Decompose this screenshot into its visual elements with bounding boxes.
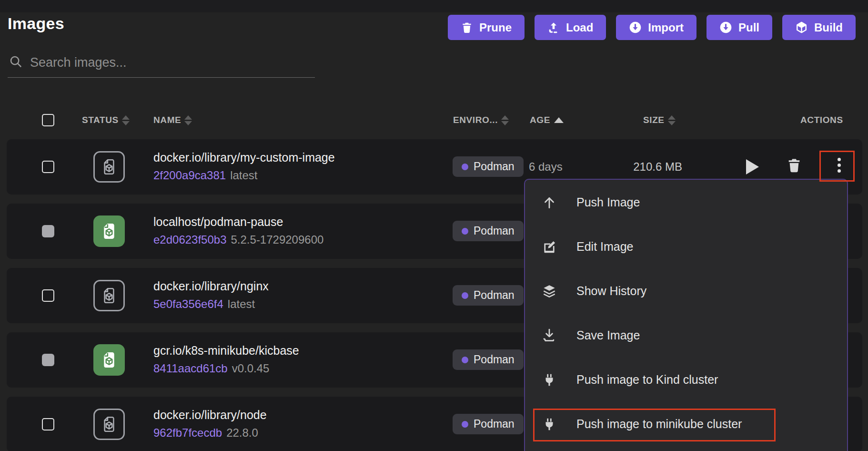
menu-item-label: Push image to minikube cluster [576,417,742,431]
download-icon [541,328,558,344]
image-digest: 962fb7fcecdb [153,426,222,439]
image-digest: 5e0fa356e6f4 [153,297,223,310]
prune-button-label: Prune [479,21,512,34]
image-tag: v0.0.45 [232,362,270,375]
image-name-cell[interactable]: docker.io/library/node 962fb7fcecdb22.8.… [153,408,267,440]
layers-icon [541,283,558,299]
menu-item-show-history[interactable]: Show History [525,269,847,313]
menu-item-save-image[interactable]: Save Image [525,313,847,358]
row-checkbox[interactable] [42,161,54,173]
pull-button[interactable]: Pull [707,15,772,40]
search-input[interactable] [30,55,314,70]
image-age: 6 days [529,160,563,174]
column-header-age[interactable]: AGE [530,115,564,125]
page-title: Images [8,14,64,33]
menu-item-label: Push image to Kind cluster [576,373,718,387]
sort-icon [122,115,130,125]
menu-item-label: Save Image [576,328,640,342]
import-button[interactable]: Import [616,15,696,40]
table-header: STATUS NAME ENVIRO... AGE SIZE ACTIONS [0,112,868,129]
prune-button[interactable]: Prune [448,15,525,40]
engine-badge: Podman [453,156,524,177]
image-name: docker.io/library/nginx [153,279,269,293]
load-button[interactable]: Load [535,15,606,40]
delete-image-button[interactable] [786,157,802,175]
row-checkbox[interactable] [42,289,54,302]
column-header-name[interactable]: NAME [153,115,192,125]
engine-dot-icon [462,164,468,170]
menu-item-push-kind[interactable]: Push image to Kind cluster [525,358,847,402]
import-button-label: Import [648,21,684,34]
image-name: localhost/podman-pause [153,215,323,229]
row-checkbox-disabled [42,225,54,237]
menu-item-label: Edit Image [576,240,634,254]
image-status-icon-in-use [93,215,125,247]
window-top-strip [0,0,868,12]
load-button-label: Load [566,21,593,34]
engine-badge-label: Podman [474,225,515,237]
image-name: docker.io/library/node [153,408,267,422]
engine-dot-icon [462,357,468,363]
sort-icon [668,115,676,125]
image-status-icon [93,280,125,311]
row-checkbox[interactable] [42,418,54,430]
plug-icon [541,417,558,431]
menu-item-push-image[interactable]: Push Image [525,180,847,225]
engine-badge: Podman [453,349,524,370]
engine-dot-icon [462,292,468,299]
menu-item-label: Push Image [576,195,640,209]
image-digest: 2f200a9ca381 [153,169,226,182]
engine-badge-label: Podman [474,353,515,366]
cube-icon [795,21,808,34]
image-tag: latest [230,169,257,182]
search-bar [8,51,315,78]
upload-icon [547,21,560,34]
sort-ascending-icon [554,117,564,123]
engine-dot-icon [462,228,468,235]
engine-badge-label: Podman [474,289,515,302]
engine-badge-label: Podman [474,160,515,173]
arrow-up-icon [541,195,558,211]
edit-icon [541,239,558,255]
image-name-cell[interactable]: gcr.io/k8s-minikube/kicbase 8411aacd61cb… [153,344,299,375]
menu-item-push-minikube[interactable]: Push image to minikube cluster [525,402,847,446]
circle-down-icon [719,21,732,34]
image-tag: 5.2.5-1729209600 [231,233,324,246]
image-size: 210.6 MB [593,160,682,174]
column-header-environment[interactable]: ENVIRO... [453,115,509,125]
more-options-button[interactable] [838,158,841,173]
image-context-menu: Push Image Edit Image Show History Save … [524,179,848,451]
pull-button-label: Pull [738,21,759,34]
image-name-cell[interactable]: docker.io/library/my-custom-image 2f200a… [153,151,335,182]
search-icon [9,54,23,71]
sort-icon [501,115,509,125]
image-name-cell[interactable]: localhost/podman-pause e2d0623f50b35.2.5… [153,215,323,246]
engine-dot-icon [462,421,468,428]
image-tag: latest [228,297,255,310]
column-header-size[interactable]: SIZE [643,115,676,125]
column-header-status[interactable]: STATUS [82,115,130,125]
column-header-actions: ACTIONS [800,115,843,125]
build-button-label: Build [814,21,843,34]
image-status-icon [93,151,125,183]
image-tag: 22.8.0 [226,426,258,439]
toolbar: Prune Load Import Pull Build [448,15,856,40]
menu-item-edit-image[interactable]: Edit Image [525,225,847,269]
engine-badge: Podman [453,414,524,434]
circle-down-icon [629,21,642,34]
engine-badge: Podman [453,221,524,241]
sort-icon [184,115,192,125]
engine-badge: Podman [453,285,524,306]
image-status-icon-in-use [93,344,125,376]
select-all-checkbox[interactable] [42,114,54,126]
engine-badge-label: Podman [474,418,515,430]
row-checkbox-disabled [42,354,54,366]
plug-icon [541,373,558,387]
image-status-icon [93,409,125,440]
image-name-cell[interactable]: docker.io/library/nginx 5e0fa356e6f4late… [153,279,269,311]
trash-icon [461,21,473,34]
menu-item-label: Show History [576,284,646,298]
run-image-button[interactable] [746,159,759,174]
build-button[interactable]: Build [782,15,856,40]
image-digest: 8411aacd61cb [153,362,228,375]
